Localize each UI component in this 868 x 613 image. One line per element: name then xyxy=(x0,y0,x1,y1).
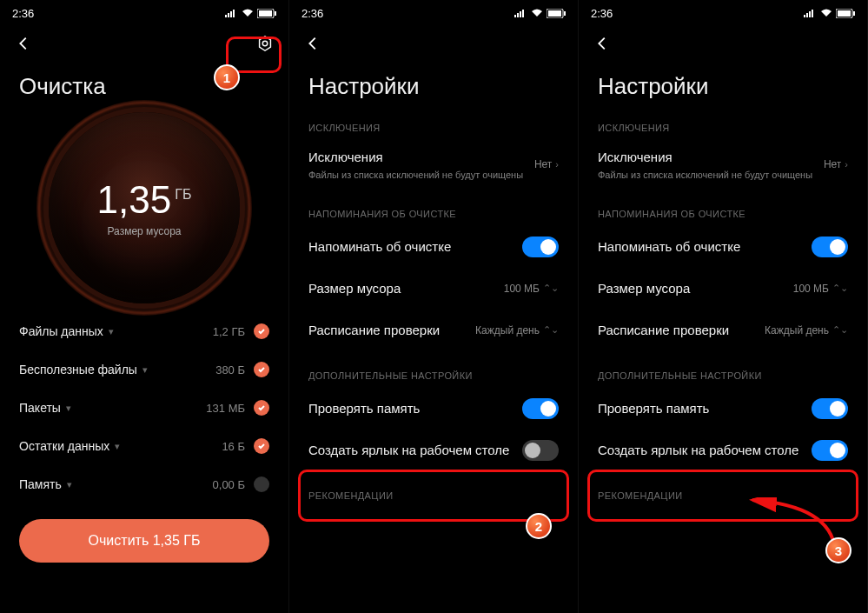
row-schedule[interactable]: Расписание проверки Каждый день⌃⌄ xyxy=(289,310,578,351)
row-label: Размер мусора xyxy=(308,280,413,297)
checkbox-icon[interactable] xyxy=(254,323,269,339)
row-exclusions[interactable]: Исключения Файлы из списка исключений не… xyxy=(289,140,578,190)
dial-subtitle: Размер мусора xyxy=(108,225,182,237)
row-desc: Файлы из списка исключений не будут очищ… xyxy=(598,169,812,181)
svg-rect-11 xyxy=(522,10,524,17)
toggle-shortcut-off[interactable] xyxy=(522,440,559,461)
updown-icon: ⌃⌄ xyxy=(832,283,848,294)
row-label: Исключения xyxy=(598,149,812,166)
panel-cleaner: 2:36 Очистка 1,35 ГБ Размер мусора Файлы… xyxy=(0,0,289,613)
header xyxy=(289,26,578,64)
section-extra: ДОПОЛНИТЕЛЬНЫЕ НАСТРОЙКИ xyxy=(289,351,578,388)
svg-rect-2 xyxy=(230,11,232,17)
chevron-down-icon: ▾ xyxy=(142,364,148,376)
row-check-memory[interactable]: Проверять память xyxy=(579,388,867,430)
annotation-badge-1: 1 xyxy=(214,64,240,90)
svg-rect-5 xyxy=(259,10,272,17)
page-title: Настройки xyxy=(579,64,867,103)
row-desc: Файлы из списка исключений не будут очищ… xyxy=(308,169,523,181)
section-recommendations: РЕКОМЕНДАЦИИ xyxy=(579,471,867,508)
svg-rect-20 xyxy=(838,10,851,17)
checkbox-icon[interactable] xyxy=(254,400,269,416)
row-label: Размер мусора xyxy=(598,280,702,297)
svg-rect-18 xyxy=(812,10,813,17)
svg-rect-1 xyxy=(228,13,229,17)
row-label: Создать ярлык на рабочем столе xyxy=(308,442,521,459)
status-bar: 2:36 xyxy=(0,0,288,26)
toggle[interactable] xyxy=(522,237,559,257)
chevron-down-icon: ▾ xyxy=(66,403,71,414)
row-trash-size[interactable]: Размер мусора 100 МБ⌃⌄ xyxy=(579,268,867,310)
row-label: Расписание проверки xyxy=(598,322,741,339)
row-trash-size[interactable]: Размер мусора 100 МБ⌃⌄ xyxy=(289,268,578,310)
row-remind-clean[interactable]: Напоминать об очистке xyxy=(289,226,578,268)
updown-icon: ⌃⌄ xyxy=(832,324,848,336)
list-item[interactable]: Файлы данных▾ 1,2 ГБ xyxy=(19,312,269,350)
toggle[interactable] xyxy=(812,237,848,257)
status-bar: 2:36 xyxy=(289,0,578,26)
dial-value: 1,35 xyxy=(97,178,172,222)
section-recommendations: РЕКОМЕНДАЦИИ xyxy=(289,471,578,508)
back-button[interactable] xyxy=(14,34,33,57)
row-label: Напоминать об очистке xyxy=(598,238,752,256)
svg-rect-6 xyxy=(275,11,276,16)
status-icons xyxy=(804,9,855,18)
svg-rect-14 xyxy=(564,11,566,16)
updown-icon: ⌃⌄ xyxy=(543,324,559,336)
row-check-memory[interactable]: Проверять память xyxy=(289,388,578,430)
row-value: Каждый день xyxy=(475,324,540,336)
panel-settings-on: 2:36 Настройки ИСКЛЮЧЕНИЯ Исключения Фай… xyxy=(579,0,868,613)
svg-rect-15 xyxy=(804,15,805,17)
svg-rect-3 xyxy=(233,10,235,17)
row-schedule[interactable]: Расписание проверки Каждый день⌃⌄ xyxy=(579,310,867,351)
status-time: 2:36 xyxy=(301,7,323,20)
svg-rect-17 xyxy=(809,11,811,17)
checkbox-icon[interactable] xyxy=(254,438,269,454)
row-value: 16 Б xyxy=(222,440,245,453)
cleaner-list: Файлы данных▾ 1,2 ГБ Бесполезные файлы▾ … xyxy=(0,309,288,503)
row-remind-clean[interactable]: Напоминать об очистке xyxy=(579,226,867,268)
page-title: Очистка xyxy=(0,64,288,103)
row-value: 0,00 Б xyxy=(213,478,245,491)
list-item[interactable]: Бесполезные файлы▾ 380 Б xyxy=(19,350,269,389)
svg-rect-16 xyxy=(806,13,808,17)
back-button[interactable] xyxy=(303,34,322,57)
toggle[interactable] xyxy=(522,398,559,419)
status-time: 2:36 xyxy=(12,7,34,20)
clean-button[interactable]: Очистить 1,35 ГБ xyxy=(19,519,269,563)
checkbox-icon[interactable] xyxy=(254,362,269,377)
svg-rect-21 xyxy=(853,11,855,16)
list-item[interactable]: Пакеты▾ 131 МБ xyxy=(19,389,269,427)
row-value: Нет xyxy=(534,158,552,170)
row-label: Исключения xyxy=(308,149,523,166)
svg-rect-13 xyxy=(548,10,561,17)
svg-rect-10 xyxy=(520,11,521,17)
checkbox-icon[interactable] xyxy=(254,476,269,492)
row-exclusions[interactable]: Исключения Файлы из списка исключений не… xyxy=(579,140,867,190)
chevron-right-icon: › xyxy=(555,159,559,170)
row-label: Проверять память xyxy=(308,400,432,417)
row-value: 1,2 ГБ xyxy=(213,325,245,338)
header xyxy=(579,26,867,64)
row-label: Бесполезные файлы xyxy=(19,363,137,376)
row-label: Файлы данных xyxy=(19,324,103,338)
toggle-shortcut-on[interactable] xyxy=(812,440,848,461)
row-value: 100 МБ xyxy=(793,283,829,295)
panel-settings-off: 2:36 Настройки ИСКЛЮЧЕНИЯ Исключения Фай… xyxy=(289,0,579,613)
list-item[interactable]: Память▾ 0,00 Б xyxy=(19,465,269,503)
back-button[interactable] xyxy=(593,34,612,57)
row-label: Расписание проверки xyxy=(308,322,452,339)
list-item[interactable]: Остатки данных▾ 16 Б xyxy=(19,427,269,465)
row-create-shortcut[interactable]: Создать ярлык на рабочем столе xyxy=(289,430,578,471)
row-label: Пакеты xyxy=(19,401,61,415)
svg-rect-9 xyxy=(517,13,519,17)
status-time: 2:36 xyxy=(591,7,613,20)
row-value: 100 МБ xyxy=(504,283,540,295)
status-icons xyxy=(514,9,566,18)
toggle[interactable] xyxy=(812,398,848,419)
settings-gear-icon[interactable] xyxy=(255,34,275,57)
clean-button-label: Очистить 1,35 ГБ xyxy=(89,533,201,549)
row-label: Память xyxy=(19,477,62,491)
row-label: Создать ярлык на рабочем столе xyxy=(598,442,811,459)
row-create-shortcut[interactable]: Создать ярлык на рабочем столе xyxy=(579,430,867,471)
